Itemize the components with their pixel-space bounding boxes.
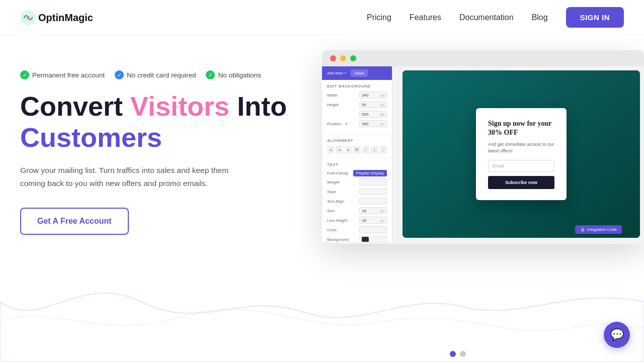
editor-size-row: Size 18 px (327, 207, 387, 214)
popup-overlay: Sign up now for your 30% OFF And get imm… (403, 70, 640, 238)
check-icon-1: ✓ (20, 70, 29, 79)
align-middle-btn[interactable]: ↕ (371, 146, 378, 154)
editor-row-height: Height 50 px (327, 101, 387, 108)
hero-description: Grow your mailing list. Turn traffics in… (20, 164, 236, 190)
svg-point-1 (27, 16, 30, 19)
check-icon-3: ✓ (206, 70, 215, 79)
editor-panel: Add Item + Save EDIT BACKGROUND Width 34… (322, 66, 392, 242)
editor-color-row: Color (327, 226, 387, 233)
editor-lineheight-row: Line Height 18 px (327, 217, 387, 224)
height-input[interactable]: 50 px (359, 101, 387, 108)
editor-textalign-row: Text Align (327, 198, 387, 205)
style-input[interactable] (359, 188, 387, 195)
textalign-input[interactable] (359, 198, 387, 205)
editor-background-section: EDIT BACKGROUND Width 340 px Height 50 (322, 80, 392, 134)
color-input[interactable] (359, 226, 387, 233)
editor-toolbar: Add Item + Save (322, 66, 392, 80)
badge-no-credit: ✓ No credit card required (115, 70, 196, 79)
badge-free: ✓ Permanent free account (20, 70, 105, 79)
check-icon-2: ✓ (115, 70, 124, 79)
editor-alignment-section: ALIGNMENT ≡ ≡ ≡ ☰ ↑ ↕ ↓ (322, 134, 392, 158)
editor-row-width: Width 340 px (327, 92, 387, 99)
get-free-account-button[interactable]: Get A Free Account (20, 208, 129, 235)
editor-text-section: TEXT Font-Family Playfair Display Weight… (322, 158, 392, 242)
signin-button[interactable]: SIGN IN (566, 7, 624, 28)
alignment-buttons: ≡ ≡ ≡ ☰ ↑ ↕ ↓ (327, 146, 387, 154)
hero-title: Convert Visitors Into Customers (20, 90, 302, 153)
align-justify-btn[interactable]: ☰ (353, 146, 360, 154)
nav-features[interactable]: Features (410, 13, 441, 22)
browser-mockup: Add Item + Save EDIT BACKGROUND Width 34… (322, 50, 644, 244)
browser-dot-green (350, 55, 356, 61)
browser-content: Add Item + Save EDIT BACKGROUND Width 34… (322, 66, 644, 242)
hero-left: ✓ Permanent free account ✓ No credit car… (20, 55, 302, 235)
lineheight-input[interactable]: 18 px (359, 217, 387, 224)
bg-input[interactable] (359, 236, 387, 242)
browser-titlebar (322, 50, 644, 66)
logo-text: OptinMagic (38, 11, 93, 24)
nav-pricing[interactable]: Pricing (367, 13, 391, 22)
popup-card: Sign up now for your 30% OFF And get imm… (476, 108, 567, 201)
logo[interactable]: OptinMagic (20, 10, 93, 26)
preview-panel: https://somesite.com DESKTOP MOBILE (392, 66, 644, 242)
save-toolbar-btn[interactable]: Save (351, 69, 368, 77)
editor-row-height2: 500 px (327, 111, 387, 118)
editor-row-posy: Position - Y 360 px (327, 120, 387, 127)
size-input[interactable]: 18 px (359, 207, 387, 214)
nav-blog[interactable]: Blog (532, 13, 548, 22)
chat-icon: 💬 (610, 328, 624, 341)
inner-browser: https://somesite.com DESKTOP MOBILE (403, 70, 640, 238)
browser-dot-yellow (340, 55, 346, 61)
chat-button[interactable]: 💬 (604, 322, 630, 348)
integration-code-button[interactable]: 🔒 Integration Code (575, 225, 622, 234)
browser-dot-red (330, 55, 336, 61)
align-center-btn[interactable]: ≡ (336, 146, 343, 154)
trust-badges: ✓ Permanent free account ✓ No credit car… (20, 70, 302, 79)
align-bottom-btn[interactable]: ↓ (380, 146, 387, 154)
popup-subtitle: And get immediate access to our latest o… (488, 141, 554, 154)
editor-bg-row: Background (327, 236, 387, 242)
badge-no-obligations: ✓ No obligations (206, 70, 261, 79)
nav-documentation[interactable]: Documentation (459, 13, 514, 22)
weight-input[interactable] (359, 178, 387, 186)
align-top-btn[interactable]: ↑ (362, 146, 369, 154)
hero-section: ✓ Permanent free account ✓ No credit car… (0, 35, 644, 362)
editor-weight-row: Weight (327, 178, 387, 186)
main-nav: Pricing Features Documentation Blog SIGN… (367, 7, 624, 28)
popup-cta[interactable]: Subscribe now (488, 176, 554, 189)
editor-style-row: Style (327, 188, 387, 195)
height2-input[interactable]: 500 px (359, 111, 387, 118)
align-right-btn[interactable]: ≡ (345, 146, 352, 154)
align-left-btn[interactable]: ≡ (327, 146, 334, 154)
posy-input[interactable]: 360 px (359, 120, 387, 127)
popup-email-field[interactable]: Email (488, 160, 554, 172)
font-family-value[interactable]: Playfair Display (353, 170, 387, 176)
width-input[interactable]: 340 px (359, 92, 387, 99)
editor-font-family-row: Font-Family Playfair Display (327, 170, 387, 176)
wave-decoration (0, 261, 644, 362)
popup-title: Sign up now for your 30% OFF (488, 119, 554, 137)
